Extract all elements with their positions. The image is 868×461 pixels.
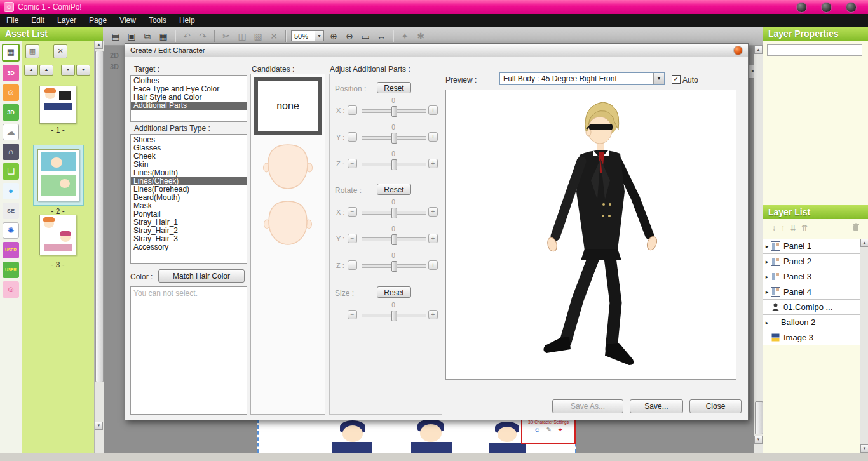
list-item[interactable]: Accessory	[131, 243, 247, 251]
layer-row-balloon[interactable]: ▸ Balloon 2	[763, 315, 860, 330]
character-tool-icon[interactable]: ✦	[398, 30, 411, 43]
position-z-slider[interactable]	[362, 163, 426, 166]
layer-row-panel-4[interactable]: ▸ Panel 4	[763, 284, 860, 300]
size-slider[interactable]	[362, 314, 426, 317]
increment-button[interactable]: +	[428, 260, 438, 270]
position-reset-button[interactable]: Reset	[377, 82, 411, 93]
character-settings-overlay[interactable]: 3D Character Settings ☺ ✎ ✦	[521, 417, 576, 444]
decrement-button[interactable]: −	[348, 234, 357, 243]
layer-move-bottom-icon[interactable]: ⇊	[790, 224, 796, 232]
menu-layer[interactable]: Layer	[51, 14, 83, 27]
slider-thumb[interactable]	[391, 261, 397, 272]
slider-thumb[interactable]	[391, 106, 397, 117]
rotate-y-slider[interactable]	[362, 237, 426, 241]
undo-icon[interactable]: ↶	[180, 30, 193, 43]
select-tool-icon[interactable]: ▦	[2, 44, 20, 62]
increment-button[interactable]: +	[428, 132, 438, 142]
page-delete-icon[interactable]: ✕	[53, 44, 67, 58]
expand-icon[interactable]: ▸	[763, 243, 771, 250]
page-grid-icon[interactable]: ▦	[25, 44, 39, 58]
decrement-button[interactable]: −	[348, 105, 357, 115]
position-x-slider[interactable]	[362, 109, 426, 113]
size-reset-button[interactable]: Reset	[377, 286, 411, 298]
rotate-z-slider[interactable]	[362, 264, 426, 268]
candidate-face-thumbnail[interactable]	[256, 141, 320, 194]
user-3d-green-icon[interactable]: USER	[3, 262, 19, 278]
chevron-down-icon[interactable]: ▼	[653, 73, 664, 84]
increment-button[interactable]: +	[428, 310, 438, 319]
menu-edit[interactable]: Edit	[25, 14, 51, 27]
decrement-button[interactable]: −	[348, 310, 357, 319]
face-settings-icon[interactable]: ☺	[534, 426, 540, 433]
selected-page-highlight[interactable]	[33, 145, 84, 206]
dialog-close-icon[interactable]	[733, 46, 743, 55]
layer-row-image[interactable]: Image 3	[763, 330, 860, 345]
print-icon[interactable]: ▤	[109, 30, 122, 43]
asset-list-scrollbar[interactable]: ▲ ▼	[94, 41, 104, 453]
layer-row-panel-3[interactable]: ▸ Panel 3	[763, 269, 860, 284]
slider-thumb[interactable]	[391, 234, 397, 245]
increment-button[interactable]: +	[428, 159, 438, 168]
candidate-face-thumbnail[interactable]	[256, 196, 320, 250]
decrement-button[interactable]: −	[348, 260, 357, 270]
menu-file[interactable]: File	[0, 14, 25, 27]
menu-view[interactable]: View	[113, 14, 142, 27]
scroll-up-icon[interactable]: ▲	[754, 46, 763, 54]
rotate-x-slider[interactable]	[362, 211, 426, 215]
save-as-button[interactable]: Save As...	[552, 399, 623, 413]
maximize-button[interactable]	[821, 2, 832, 13]
close-button[interactable]: Close	[689, 399, 742, 413]
delete-icon[interactable]: ✕	[268, 30, 280, 43]
decrement-button[interactable]: −	[348, 132, 357, 142]
increment-button[interactable]: +	[428, 105, 438, 115]
move-down-button[interactable]: ▼	[61, 65, 75, 76]
slider-thumb[interactable]	[391, 311, 397, 321]
match-hair-color-button[interactable]: Match Hair Color	[158, 269, 245, 283]
save-icon[interactable]: ▣	[125, 30, 138, 43]
parts-type-listbox[interactable]: Shoes Glasses Cheek Skin Lines(Mouth) Li…	[130, 134, 247, 264]
scroll-down-icon[interactable]: ▼	[95, 422, 103, 430]
decrement-button[interactable]: −	[348, 159, 357, 168]
menu-tools[interactable]: Tools	[142, 14, 173, 27]
auto-checkbox[interactable]: ✓	[672, 75, 681, 84]
list-item[interactable]: Cheek	[131, 152, 247, 161]
expand-icon[interactable]: ▸	[763, 274, 771, 280]
canvas-vertical-scrollbar[interactable]: ▲ ▼	[754, 46, 763, 453]
paste-icon[interactable]: ▧	[252, 30, 264, 43]
export-icon[interactable]: ⧉	[141, 30, 154, 43]
item-3d-icon[interactable]: 3D	[3, 104, 19, 121]
balloon-icon[interactable]: ☁	[3, 124, 19, 140]
page-thumbnail[interactable]	[39, 86, 76, 124]
mode-3d-button[interactable]: 3D	[107, 62, 122, 72]
page-thumbnail[interactable]	[39, 215, 76, 255]
layer-list-scrollbar[interactable]: ▲ ▼	[860, 239, 868, 453]
scroll-down-icon[interactable]: ▼	[860, 444, 868, 453]
item-icon[interactable]: ❏	[3, 163, 19, 180]
extra-settings-icon[interactable]: ✦	[557, 426, 562, 433]
background-icon[interactable]: ⌂	[3, 144, 19, 160]
scrollbar-thumb[interactable]	[95, 51, 104, 382]
pose-edit-icon[interactable]: ✎	[546, 426, 552, 433]
expand-icon[interactable]: ▸	[763, 289, 771, 295]
scroll-up-icon[interactable]: ▲	[860, 239, 868, 247]
chevron-down-icon[interactable]: ▼	[315, 31, 323, 41]
user-3d-icon[interactable]: USER	[3, 242, 19, 258]
move-top-button[interactable]: ▲	[24, 65, 38, 76]
layer-move-down-icon[interactable]: ↓	[772, 224, 776, 232]
menu-page[interactable]: Page	[83, 14, 113, 27]
redo-icon[interactable]: ↷	[196, 30, 209, 43]
effect-burst-icon[interactable]: ✺	[3, 222, 19, 239]
trash-icon[interactable]	[852, 223, 860, 233]
effect-drop-icon[interactable]: ●	[3, 183, 19, 199]
minimize-button[interactable]	[796, 2, 807, 13]
zoom-level-dropdown[interactable]: 50% ▼	[291, 30, 324, 41]
layer-row-panel-1[interactable]: ▸ Panel 1	[763, 239, 860, 254]
slider-thumb[interactable]	[391, 208, 397, 218]
increment-button[interactable]: +	[428, 234, 438, 243]
fit-width-icon[interactable]: ↔	[375, 30, 388, 43]
zoom-in-icon[interactable]: ⊕	[327, 30, 340, 43]
candidates-panel[interactable]: none	[250, 74, 325, 415]
scroll-up-icon[interactable]: ▲	[95, 41, 103, 49]
cut-icon[interactable]: ✂	[220, 30, 233, 43]
position-y-slider[interactable]	[362, 136, 426, 140]
